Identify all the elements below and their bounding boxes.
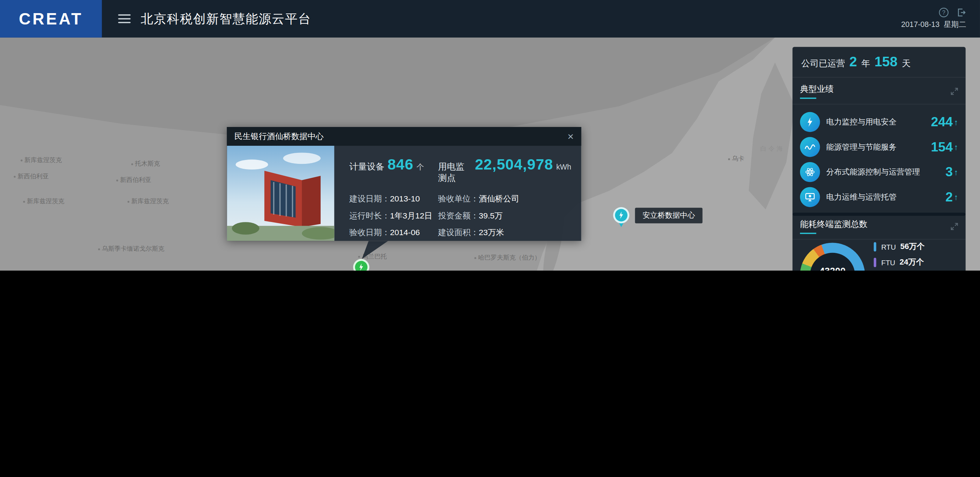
popup-info-item: 投资金额：39.5万 (438, 210, 571, 222)
donut-total: 43200 (819, 265, 846, 271)
popup-info-item: 运行时长：1年3月12日 (349, 210, 438, 222)
achievement-label: 电力监控与用电安全 (826, 116, 896, 127)
popup-info-label: 建设面积： (438, 228, 479, 237)
close-icon[interactable]: × (568, 131, 574, 142)
legend-label: FTU (881, 258, 895, 266)
map-place-label: 托木斯克 (131, 160, 160, 169)
achievement-label: 能源管理与节能服务 (826, 142, 896, 153)
operating-prefix: 公司已运营 (801, 58, 845, 70)
monitor-unit: kWh (556, 163, 571, 172)
popup-info-item: 验收单位：酒仙桥公司 (438, 193, 571, 205)
terminals-title: 能耗终端监测总数 (800, 219, 868, 234)
achievements-list: 电力监控与用电安全244↑能源管理与节能服务154↑分布式能源控制与运营管理3↑… (792, 105, 966, 216)
header-icons: ? (939, 8, 967, 18)
datacenter-popup: 民生银行酒仙桥数据中心 × (227, 127, 581, 241)
wave-icon (800, 137, 820, 157)
achievement-item: 分布式能源控制与运营管理3↑ (800, 160, 958, 185)
map-place-label: 乌斯季卡缅诺戈尔斯克 (98, 245, 164, 254)
popup-header: 民生银行酒仙桥数据中心 × (227, 127, 581, 146)
date-display: 2017-08-13 星期二 (901, 19, 967, 30)
popup-title: 民生银行酒仙桥数据中心 (235, 131, 324, 142)
achievement-value: 3 (946, 164, 953, 179)
top-bar: CREAT 北京科税创新智慧能源云平台 ? 2017-08-13 星期二 (0, 0, 980, 38)
map-place-label: 新西伯利亚 (116, 176, 151, 185)
logout-icon[interactable] (956, 8, 966, 18)
legend-item: FTU24万个 (874, 257, 961, 268)
map-place-label: 新库兹涅茨克 (23, 197, 64, 206)
monitor-label: 用电监测点 (438, 161, 472, 184)
achievement-item: 电力运维与运营托管2↑ (800, 184, 958, 210)
marker-label[interactable]: 安立桥数据中心 (635, 208, 703, 223)
achievement-label: 电力运维与运营托管 (826, 192, 896, 203)
expand-icon[interactable] (951, 223, 958, 230)
popup-info-item: 验收日期：2014-06 (349, 227, 438, 238)
help-icon[interactable]: ? (939, 8, 949, 18)
map-place-label: 白令海 (760, 144, 785, 153)
logo: CREAT (0, 0, 102, 38)
legend-label: RTU (881, 243, 896, 250)
up-arrow-icon: ↑ (954, 142, 958, 152)
map-place-label: 新库兹涅茨克 (127, 197, 169, 206)
page-title: 北京科税创新智慧能源云平台 (141, 10, 312, 27)
popup-info-label: 运行时长： (349, 211, 390, 220)
company-panel: 公司已运营 2 年 158 天 典型业绩 电力监控与用电安全244↑能源管理与节… (792, 47, 966, 215)
legend-value: 56万个 (900, 241, 925, 252)
ops-icon (800, 187, 820, 207)
metering-label: 计量设备 (349, 161, 384, 173)
operating-summary: 公司已运营 2 年 158 天 (792, 47, 966, 77)
up-arrow-icon: ↑ (954, 192, 958, 201)
map-place-label: 新库兹涅茨克 (21, 156, 62, 164)
legend-color-bar (874, 242, 876, 252)
popup-info-value: 2014-06 (390, 228, 420, 237)
operating-years: 2 (849, 54, 857, 70)
legend-item: RTU56万个 (874, 241, 961, 252)
up-arrow-icon: ↑ (954, 117, 958, 127)
achievement-value: 2 (946, 189, 953, 204)
header-right: ? 2017-08-13 星期二 (901, 8, 980, 30)
operating-days: 158 (874, 54, 897, 70)
popup-info-grid: 建设日期：2013-10验收单位：酒仙桥公司运行时长：1年3月12日投资金额：3… (349, 193, 571, 238)
popup-info-label: 建设日期： (349, 194, 390, 203)
terminals-panel: 能耗终端监测总数 43200 总量 RTU56万个FTU24万个DTU16万个故… (792, 213, 966, 271)
dashboard: CREAT 北京科税创新智慧能源云平台 ? 2017-08-13 星期二 (0, 0, 980, 271)
popup-info-value: 23万米 (479, 228, 504, 237)
popup-stats: 计量设备 846 个 用电监测点 22,504,978 kWh 建设日期：201… (334, 146, 581, 241)
popup-info-label: 投资金额： (438, 211, 479, 220)
metering-unit: 个 (417, 162, 424, 173)
popup-body: 计量设备 846 个 用电监测点 22,504,978 kWh 建设日期：201… (227, 146, 581, 241)
terminals-legend: RTU56万个FTU24万个DTU16万个故障定位通信终端10万个一遥故障指示器… (874, 241, 961, 271)
popup-info-label: 验收日期： (349, 228, 390, 237)
popup-info-label: 验收单位： (438, 194, 479, 203)
operating-years-unit: 年 (861, 58, 870, 70)
legend-color-bar (874, 258, 876, 267)
map-place-label: 新西伯利亚 (14, 172, 49, 181)
terminals-donut-chart: 43200 总量 (800, 242, 865, 270)
lightning-pin-icon (613, 207, 629, 223)
up-arrow-icon: ↑ (954, 168, 958, 177)
achievement-value: 244 (931, 115, 953, 129)
operating-days-unit: 天 (902, 58, 910, 70)
popup-info-value: 39.5万 (479, 211, 503, 220)
atom-icon (800, 162, 820, 182)
achievement-label: 分布式能源控制与运营管理 (826, 167, 920, 177)
popup-info-value: 1年3月12日 (390, 211, 433, 220)
menu-icon[interactable] (118, 14, 130, 23)
building-photo (227, 146, 334, 241)
metering-value: 846 (388, 156, 414, 173)
terminals-header: 能耗终端监测总数 (792, 213, 966, 240)
monitor-value: 22,504,978 (475, 156, 553, 173)
popup-info-item: 建设日期：2013-10 (349, 193, 438, 205)
expand-icon[interactable] (951, 88, 958, 95)
achievement-item: 电力监控与用电安全244↑ (800, 110, 958, 135)
svg-text:?: ? (942, 10, 945, 16)
popup-info-item: 建设面积：23万米 (438, 227, 571, 238)
metering-stat: 计量设备 846 个 (349, 156, 438, 173)
popup-info-value: 酒仙桥公司 (479, 194, 519, 203)
achievement-item: 能源管理与节能服务154↑ (800, 134, 958, 160)
map-place-label: 哈巴罗夫斯克（伯力） (474, 253, 541, 262)
popup-info-value: 2013-10 (390, 194, 420, 203)
achievements-title: 典型业绩 (800, 84, 834, 99)
legend-value: 24万个 (900, 257, 924, 268)
map-place-label: 乌卡 (728, 155, 745, 163)
achievements-header: 典型业绩 (792, 78, 966, 105)
